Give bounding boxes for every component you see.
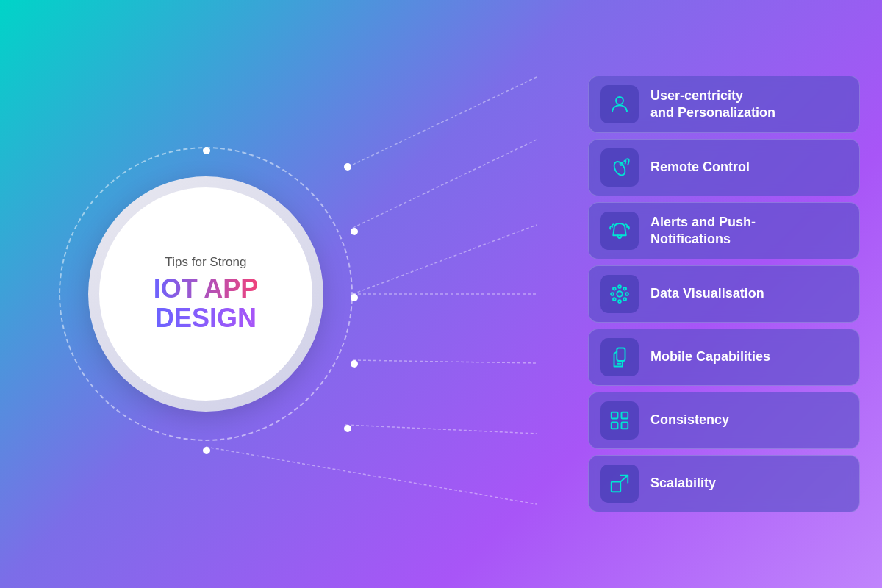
scalability-icon-box (600, 465, 639, 503)
svg-rect-21 (612, 412, 618, 419)
svg-point-15 (613, 287, 616, 290)
card-user-centricity-label: User-centricityand Personalization (650, 87, 775, 122)
svg-point-18 (613, 298, 616, 301)
card-scalability: Scalability (588, 455, 860, 512)
remote-icon (609, 157, 631, 179)
remote-control-icon-box (600, 148, 639, 187)
user-centricity-icon-box (600, 85, 639, 123)
svg-line-4 (353, 360, 537, 363)
svg-point-13 (611, 293, 614, 295)
bell-icon (609, 220, 631, 242)
svg-line-26 (620, 476, 628, 482)
orbit-dot-bottom-right (344, 425, 351, 432)
grid-icon (609, 409, 631, 431)
card-remote-control: Remote Control (588, 139, 860, 196)
mobile-capabilities-icon-box (600, 338, 639, 376)
center-circle: Tips for Strong IOT APP DESIGN (88, 176, 323, 412)
svg-point-11 (618, 285, 621, 288)
card-consistency: Consistency (588, 392, 860, 449)
card-scalability-label: Scalability (650, 475, 716, 492)
orbit-dot-bottom (203, 447, 210, 454)
card-data-visualisation-label: Data Visualisation (650, 285, 764, 302)
center-circle-inner: Tips for Strong IOT APP DESIGN (99, 187, 312, 401)
data-icon (609, 283, 631, 305)
scalability-icon (609, 473, 631, 495)
circle-subtitle: Tips for Strong (165, 255, 247, 270)
orbit-dot-top-right (344, 163, 351, 171)
svg-point-17 (623, 287, 626, 290)
card-user-centricity: User-centricityand Personalization (588, 76, 860, 133)
card-alerts-label: Alerts and Push-Notifications (650, 214, 756, 248)
mobile-icon (609, 346, 631, 368)
data-visualisation-icon-box (600, 275, 639, 313)
card-consistency-label: Consistency (650, 412, 729, 429)
svg-rect-23 (612, 423, 618, 429)
svg-line-0 (353, 77, 537, 165)
cards-container: User-centricityand Personalization Remot… (588, 76, 860, 512)
circle-title-line2: DESIGN (155, 304, 257, 333)
svg-rect-24 (622, 423, 628, 429)
card-mobile-capabilities-label: Mobile Capabilities (650, 348, 770, 365)
orbit-dot-top (203, 147, 210, 154)
card-data-visualisation: Data Visualisation (588, 265, 860, 323)
svg-point-12 (618, 300, 621, 303)
svg-rect-19 (617, 348, 625, 362)
circle-title-line1: IOT APP (154, 274, 259, 304)
svg-point-7 (616, 97, 623, 104)
orbit-dot-mid-right-1 (351, 228, 358, 235)
consistency-icon-box (600, 401, 639, 440)
svg-line-5 (345, 425, 537, 434)
card-alerts: Alerts and Push-Notifications (588, 202, 860, 259)
orbit-dot-mid-right-3 (351, 360, 358, 368)
user-icon (609, 93, 631, 115)
svg-rect-22 (622, 412, 628, 419)
svg-point-10 (617, 291, 623, 297)
orbit-dot-mid-right-2 (351, 294, 358, 301)
svg-line-6 (206, 447, 537, 504)
main-container: Tips for Strong IOT APP DESIGN User-cent… (0, 0, 882, 588)
alerts-icon-box (600, 212, 639, 250)
svg-point-14 (625, 293, 628, 295)
svg-line-1 (353, 140, 537, 228)
card-remote-control-label: Remote Control (650, 159, 750, 176)
svg-point-16 (623, 298, 626, 301)
svg-line-2 (353, 225, 537, 294)
svg-rect-25 (612, 482, 621, 492)
card-mobile-capabilities: Mobile Capabilities (588, 329, 860, 386)
